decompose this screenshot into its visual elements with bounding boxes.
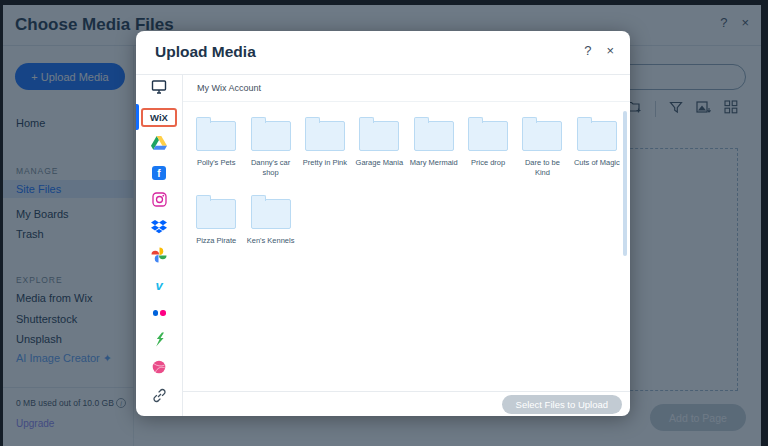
folder-icon (414, 121, 454, 151)
google-photos-icon (151, 247, 167, 267)
folder-icon (359, 121, 399, 151)
folder-icon (196, 121, 236, 151)
source-tab-flickr[interactable] (136, 299, 182, 327)
folder-item[interactable]: Garage Mania (352, 116, 406, 194)
instagram-icon (152, 192, 167, 211)
folder-item[interactable]: Dare to be Kind (515, 116, 569, 194)
folder-item[interactable]: Pretty in Pink (298, 116, 352, 194)
breadcrumb-label[interactable]: My Wix Account (197, 83, 261, 93)
modal-close-icon[interactable]: × (606, 43, 614, 58)
modal-footer: Select Files to Upload (183, 391, 630, 416)
link-icon (152, 388, 167, 407)
source-tab-facebook[interactable]: f (136, 159, 182, 187)
dribbble-icon (152, 360, 166, 378)
flickr-icon (153, 310, 166, 316)
modal-content: My Wix Account Polly's Pets Danny's car … (183, 75, 630, 416)
modal-help-icon[interactable]: ? (584, 43, 591, 58)
google-drive-icon (151, 136, 167, 154)
modal-header: Upload Media ? × (136, 31, 630, 75)
modal-title: Upload Media (155, 43, 256, 61)
source-tab-instagram[interactable] (136, 187, 182, 215)
folder-icon (305, 121, 345, 151)
folder-item[interactable]: Price drop (461, 116, 515, 194)
source-tab-dribbble[interactable] (136, 355, 182, 383)
source-tab-deviantart[interactable] (136, 327, 182, 355)
upload-media-modal: Upload Media ? × WiX f (136, 31, 630, 416)
folder-icon (251, 199, 291, 229)
folder-item[interactable]: Polly's Pets (189, 116, 243, 194)
facebook-icon: f (152, 166, 166, 180)
source-tab-dropbox[interactable] (136, 215, 182, 243)
folder-icon (522, 121, 562, 151)
upload-sources-rail: WiX f (136, 75, 183, 416)
dropbox-icon (151, 220, 167, 238)
source-tab-google-drive[interactable] (136, 131, 182, 159)
vimeo-icon: v (155, 278, 162, 293)
source-tab-link[interactable] (136, 383, 182, 411)
folder-icon (196, 199, 236, 229)
breadcrumb: My Wix Account (183, 75, 630, 102)
deviantart-icon (152, 332, 166, 351)
folder-icon (577, 121, 617, 151)
folder-item[interactable]: Ken's Kennels (243, 194, 297, 272)
folder-item[interactable]: Mary Mermaid (407, 116, 461, 194)
folder-item[interactable]: Danny's car shop (243, 116, 297, 194)
source-tab-google-photos[interactable] (136, 243, 182, 271)
source-tab-vimeo[interactable]: v (136, 271, 182, 299)
scrollbar[interactable] (623, 111, 627, 256)
folder-item[interactable]: Cuts of Magic (570, 116, 624, 194)
active-tab-indicator (136, 104, 139, 130)
source-tab-my-computer[interactable] (136, 75, 182, 103)
folder-icon (251, 121, 291, 151)
wix-icon: WiX (141, 108, 177, 127)
source-tab-wix[interactable]: WiX (136, 103, 182, 131)
select-files-button: Select Files to Upload (502, 395, 622, 414)
computer-icon (151, 79, 167, 99)
folder-icon (468, 121, 508, 151)
folder-item[interactable]: Pizza Pirate (189, 194, 243, 272)
folder-grid: Polly's Pets Danny's car shop Pretty in … (183, 102, 630, 272)
